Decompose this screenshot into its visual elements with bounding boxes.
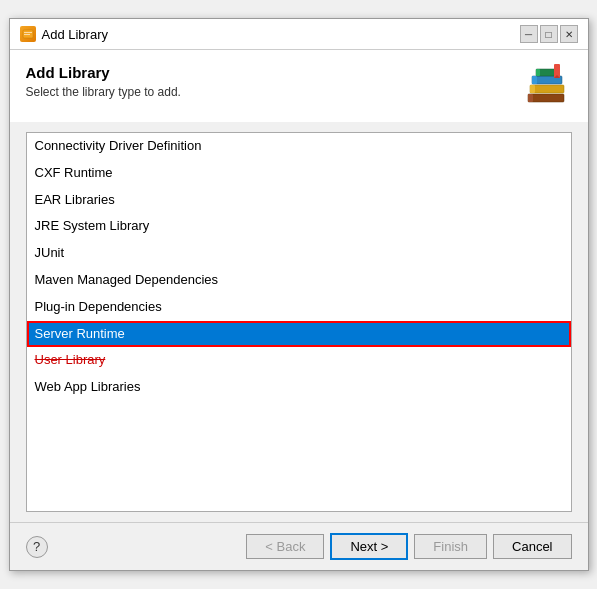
header-title: Add Library bbox=[26, 64, 181, 81]
dialog-icon bbox=[20, 26, 36, 42]
list-item-maven-managed[interactable]: Maven Managed Dependencies bbox=[27, 267, 571, 294]
header-subtitle: Select the library type to add. bbox=[26, 85, 181, 99]
title-controls: ─ □ ✕ bbox=[520, 25, 578, 43]
cancel-button[interactable]: Cancel bbox=[493, 534, 571, 559]
close-button[interactable]: ✕ bbox=[560, 25, 578, 43]
list-item-user-library[interactable]: User Library bbox=[27, 347, 571, 374]
minimize-button[interactable]: ─ bbox=[520, 25, 538, 43]
back-button[interactable]: < Back bbox=[246, 534, 324, 559]
add-library-dialog: Add Library ─ □ ✕ Add Library Select the… bbox=[9, 18, 589, 571]
svg-rect-3 bbox=[528, 94, 564, 102]
selected-item-highlight bbox=[27, 321, 571, 348]
list-item-cxf-runtime[interactable]: CXF Runtime bbox=[27, 160, 571, 187]
finish-button[interactable]: Finish bbox=[414, 534, 487, 559]
svg-rect-10 bbox=[536, 69, 540, 76]
help-button[interactable]: ? bbox=[26, 536, 48, 558]
maximize-button[interactable]: □ bbox=[540, 25, 558, 43]
svg-rect-8 bbox=[532, 76, 537, 84]
svg-rect-4 bbox=[528, 94, 533, 102]
list-item-junit[interactable]: JUnit bbox=[27, 240, 571, 267]
footer-right: < Back Next > Finish Cancel bbox=[246, 533, 571, 560]
library-type-list[interactable]: Connectivity Driver DefinitionCXF Runtim… bbox=[26, 132, 572, 512]
next-button[interactable]: Next > bbox=[330, 533, 408, 560]
book-stack-svg bbox=[524, 64, 568, 108]
title-bar: Add Library ─ □ ✕ bbox=[10, 19, 588, 50]
list-item-ear-libraries[interactable]: EAR Libraries bbox=[27, 187, 571, 214]
dialog-title: Add Library bbox=[42, 27, 108, 42]
dialog-header: Add Library Select the library type to a… bbox=[10, 50, 588, 122]
svg-rect-1 bbox=[24, 32, 32, 33]
title-bar-left: Add Library bbox=[20, 26, 108, 42]
list-item-web-app-libraries[interactable]: Web App Libraries bbox=[27, 374, 571, 401]
list-item-plugin-deps[interactable]: Plug-in Dependencies bbox=[27, 294, 571, 321]
header-text: Add Library Select the library type to a… bbox=[26, 64, 181, 99]
footer-left: ? bbox=[26, 536, 48, 558]
svg-rect-2 bbox=[24, 34, 30, 35]
list-item-jre-system[interactable]: JRE System Library bbox=[27, 213, 571, 240]
svg-rect-6 bbox=[530, 85, 535, 93]
list-item-server-runtime[interactable]: Server Runtime bbox=[27, 321, 571, 348]
svg-rect-5 bbox=[530, 85, 564, 93]
dialog-content: Connectivity Driver DefinitionCXF Runtim… bbox=[10, 122, 588, 522]
list-item-connectivity-driver[interactable]: Connectivity Driver Definition bbox=[27, 133, 571, 160]
library-icon bbox=[524, 64, 572, 112]
dialog-footer: ? < Back Next > Finish Cancel bbox=[10, 522, 588, 570]
